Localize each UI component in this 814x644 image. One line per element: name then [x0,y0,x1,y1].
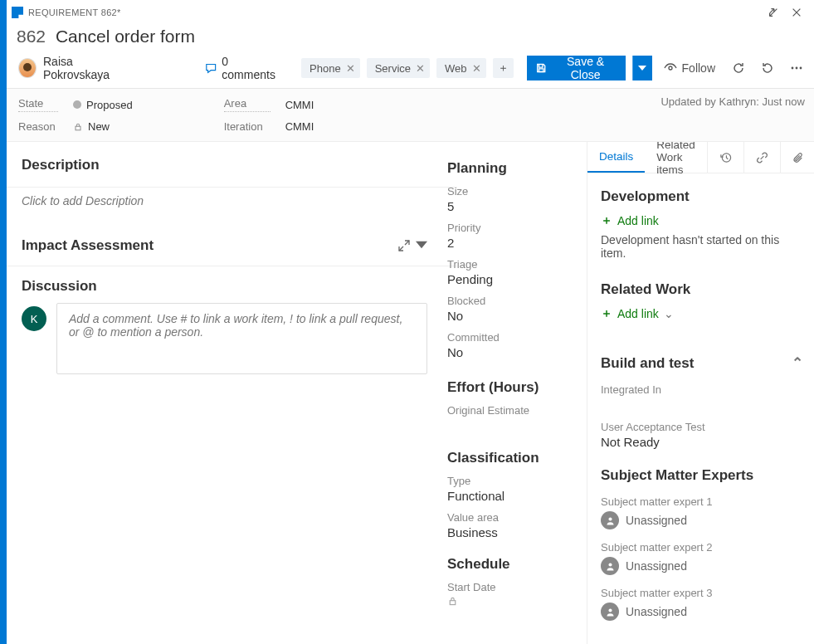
triage-field[interactable]: Pending [447,272,578,286]
discussion-heading: Discussion [7,266,442,303]
sme2-label: Subject matter expert 2 [601,541,803,554]
integrated-in-label: Integrated In [601,383,803,396]
priority-field[interactable]: 2 [447,236,578,250]
state-dot-icon [73,100,81,109]
iteration-field[interactable]: CMMI [285,120,314,133]
planning-heading: Planning [447,160,578,177]
refresh-button[interactable] [727,56,749,80]
restore-size-button[interactable] [762,3,785,22]
titlebar-label: REQUIREMENT 862* [28,7,121,17]
state-field[interactable]: Proposed [73,99,133,111]
comments-count: 0 comments [222,55,279,81]
reason-field[interactable]: New [73,120,110,133]
tag-service[interactable]: Service✕ [367,58,430,78]
svg-point-4 [800,67,802,70]
type-field[interactable]: Functional [447,489,578,503]
value-area-field[interactable]: Business [447,525,578,539]
original-estimate-label: Original Estimate [447,404,578,417]
description-heading: Description [7,142,442,182]
committed-field[interactable]: No [447,345,578,359]
add-tag-button[interactable]: ＋ [493,58,514,78]
sme1-label: Subject matter expert 1 [601,495,803,508]
tag-remove-icon[interactable]: ✕ [472,62,481,75]
uat-label: User Acceptance Test [601,421,803,433]
svg-point-2 [792,67,794,70]
start-date-field[interactable] [447,595,578,609]
person-icon [601,511,619,529]
impact-assessment-heading: Impact Assessment [22,237,154,254]
state-label: State [18,97,58,112]
svg-point-9 [608,563,612,566]
description-input[interactable]: Click to add Description [22,188,427,214]
svg-point-1 [669,66,672,70]
build-and-test-heading[interactable]: Build and test ⌃ [601,354,803,372]
value-area-label: Value area [447,511,578,524]
classification-heading: Classification [447,450,578,466]
person-icon [601,557,619,575]
save-and-close-button[interactable]: Save & Close [527,56,626,80]
chevron-down-icon[interactable] [416,239,427,251]
revert-button[interactable] [756,56,778,80]
tag-remove-icon[interactable]: ✕ [416,62,425,75]
blocked-label: Blocked [447,295,578,307]
save-icon [535,61,547,75]
sme3-label: Subject matter expert 3 [601,587,803,599]
size-label: Size [447,185,578,198]
schedule-heading: Schedule [447,556,578,573]
comment-input[interactable]: Add a comment. Use # to link a work item… [56,303,427,374]
uat-field[interactable]: Not Ready [601,435,803,449]
tab-history[interactable] [707,142,743,173]
eye-icon [664,61,677,75]
assignee-name[interactable]: Raisa Pokrovskaya [43,55,134,81]
work-item-type-icon [12,7,23,18]
save-dropdown-button[interactable] [632,56,652,80]
iteration-label: Iteration [224,120,271,133]
committed-label: Committed [447,331,578,344]
development-empty-text: Development hasn't started on this item. [601,233,803,260]
tab-links[interactable] [743,142,780,173]
work-item-id: 862 [17,27,46,46]
svg-point-3 [796,67,798,70]
sme-heading: Subject Matter Experts [601,467,803,484]
work-item-stripe [0,0,7,644]
collapse-icon[interactable]: ⌃ [792,354,803,372]
add-related-link[interactable]: ＋Add link ⌄ [601,306,803,321]
add-development-link[interactable]: ＋Add link [601,213,803,228]
follow-button[interactable]: Follow [664,61,715,75]
lock-icon [73,122,83,132]
area-field[interactable]: CMMI [285,99,314,111]
link-icon [756,151,768,164]
comment-icon [205,61,217,75]
tab-details[interactable]: Details [587,142,645,173]
blocked-field[interactable]: No [447,309,578,323]
sme1-field[interactable]: Unassigned [601,511,803,529]
related-work-heading: Related Work [601,281,803,298]
more-actions-button[interactable] [786,56,808,80]
sme3-field[interactable]: Unassigned [601,603,803,621]
person-icon [601,603,619,621]
tag-phone[interactable]: Phone✕ [301,58,360,78]
tab-attachments[interactable] [780,142,814,173]
tab-related-work-items[interactable]: Related Work items [645,142,707,173]
svg-rect-6 [450,601,456,605]
sme2-field[interactable]: Unassigned [601,557,803,575]
svg-rect-5 [76,126,80,130]
lock-icon [447,596,458,607]
svg-point-8 [608,517,612,520]
work-item-title[interactable]: Cancel order form [56,27,195,46]
comments-link[interactable]: 0 comments [205,55,279,81]
chevron-down-icon: ⌄ [664,307,674,320]
attachment-icon [792,151,805,164]
tag-remove-icon[interactable]: ✕ [346,62,355,75]
size-field[interactable]: 5 [447,199,578,213]
assignee-avatar[interactable] [18,58,37,78]
type-label: Type [447,475,578,487]
triage-label: Triage [447,258,578,271]
effort-heading: Effort (Hours) [447,379,578,396]
close-button[interactable] [785,3,808,22]
tag-web[interactable]: Web✕ [436,58,486,78]
maximize-icon[interactable] [397,239,411,252]
svg-point-10 [608,608,612,612]
updated-by-text: Updated by Kathryn: Just now [660,95,804,108]
priority-label: Priority [447,222,578,234]
